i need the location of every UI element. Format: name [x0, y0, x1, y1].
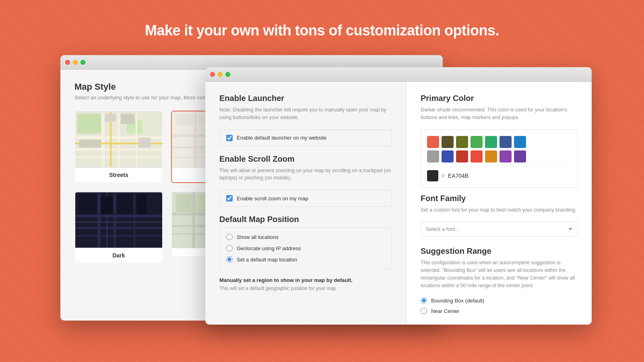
suggestion-bounding-box[interactable]: Bounding Box (default): [421, 297, 578, 304]
enable-scroll-zoom-title: Enable Scroll Zoom: [219, 154, 392, 164]
font-family-select[interactable]: Select a font... Arial Helvetica Roboto …: [421, 222, 578, 237]
enable-launcher-checkbox[interactable]: [226, 135, 233, 141]
svg-rect-12: [121, 114, 134, 124]
radio-set-default-input[interactable]: [226, 256, 233, 263]
suggestion-range-title: Suggestion Range: [421, 247, 578, 256]
suggestion-range-radio-group: Bounding Box (default) Near Center: [421, 297, 578, 314]
map-tile-dark[interactable]: Dark: [74, 191, 163, 263]
swatches-row-2: [427, 150, 571, 162]
color-input-row: #: [427, 166, 571, 181]
default-map-position-title: Default Map Position: [219, 215, 392, 224]
radio-geolocate-input[interactable]: [226, 245, 233, 251]
bounding-box-label: Bounding Box (default): [431, 298, 484, 304]
swatch-teal-green[interactable]: [485, 136, 497, 148]
svg-rect-14: [79, 140, 101, 148]
close-button[interactable]: [65, 60, 70, 65]
enable-scroll-zoom-checkbox-row[interactable]: Enable scroll zoom on my map: [219, 190, 392, 207]
minimize-button[interactable]: [73, 60, 78, 65]
svg-rect-38: [136, 194, 147, 214]
enable-launcher-label: Enable default launcher on my website: [237, 135, 326, 141]
primary-color-desc: Darker shade recommended. This color is …: [421, 106, 578, 121]
settings-window: Enable Launcher Note: Disabling the laun…: [205, 67, 592, 325]
settings-right-panel: Primary Color Darker shade recommended. …: [407, 82, 592, 325]
radio-show-all-input[interactable]: [226, 234, 233, 240]
enable-launcher-desc: Note: Disabling the launcher will requir…: [219, 106, 392, 121]
minimize-button-front[interactable]: [218, 72, 223, 77]
radio-set-default[interactable]: Set a default map location: [226, 256, 385, 263]
swatch-dark-blue[interactable]: [500, 136, 512, 148]
swatch-dark-olive[interactable]: [442, 136, 454, 148]
suggestion-near-center[interactable]: Near Center: [421, 308, 578, 314]
color-preview-swatch: [427, 170, 438, 181]
hash-symbol: #: [442, 173, 445, 179]
font-family-desc: Set a custom font for your map to best m…: [421, 206, 578, 214]
page-headline: Make it your own with tons of customizat…: [0, 0, 644, 55]
streets-label: Streets: [75, 168, 162, 182]
near-center-label: Near Center: [431, 308, 460, 314]
enable-scroll-zoom-label: Enable scroll zoom on my map: [237, 195, 308, 202]
map-position-radio-group: Show all locations Geolocate using IP ad…: [219, 227, 392, 269]
settings-content: Enable Launcher Note: Disabling the laun…: [205, 82, 592, 325]
enable-launcher-title: Enable Launcher: [219, 94, 392, 103]
radio-geolocate-label: Geolocate using IP address: [237, 245, 301, 251]
color-hex-input[interactable]: [448, 173, 480, 179]
suggestion-range-desc: This configuration is used when an autoc…: [421, 259, 578, 289]
svg-rect-11: [105, 114, 116, 122]
radio-set-default-label: Set a default map location: [237, 257, 297, 263]
streets-map-image: [75, 111, 162, 168]
enable-launcher-checkbox-row[interactable]: Enable default launcher on my website: [219, 130, 392, 146]
enable-scroll-zoom-checkbox[interactable]: [226, 195, 233, 202]
bounding-box-radio[interactable]: [421, 297, 427, 304]
swatch-orange-red[interactable]: [427, 136, 439, 148]
svg-rect-13: [138, 138, 150, 148]
swatch-olive[interactable]: [456, 136, 468, 148]
manual-set-desc: This will set a default geographic posit…: [219, 286, 392, 291]
windows-container: Map Style Select an underlying style to …: [60, 55, 584, 329]
swatch-red[interactable]: [471, 150, 483, 162]
swatch-violet[interactable]: [514, 150, 526, 162]
dark-label: Dark: [75, 248, 162, 263]
swatch-blue[interactable]: [514, 136, 526, 148]
svg-rect-23: [176, 114, 194, 125]
manual-set-title: Manually set a region to show in your ma…: [219, 277, 392, 283]
svg-rect-1: [77, 114, 101, 134]
near-center-radio[interactable]: [421, 308, 427, 314]
settings-left-panel: Enable Launcher Note: Disabling the laun…: [205, 82, 407, 325]
radio-show-all-label: Show all locations: [237, 234, 279, 240]
svg-rect-37: [117, 194, 132, 214]
radio-show-all[interactable]: Show all locations: [226, 234, 385, 240]
svg-rect-35: [79, 194, 97, 214]
swatch-gray[interactable]: [427, 150, 439, 162]
maximize-button[interactable]: [80, 60, 85, 65]
radio-geolocate-ip[interactable]: Geolocate using IP address: [226, 245, 385, 251]
map-tile-streets[interactable]: Streets: [74, 111, 163, 183]
svg-rect-46: [176, 194, 192, 212]
dark-map-image: [75, 192, 162, 248]
swatch-amber[interactable]: [485, 150, 497, 162]
swatch-dark-red[interactable]: [456, 150, 468, 162]
close-button-front[interactable]: [210, 72, 215, 77]
color-swatches-container: #: [421, 130, 578, 188]
swatch-purple[interactable]: [500, 150, 512, 162]
titlebar-front: [205, 67, 592, 82]
svg-rect-36: [101, 196, 113, 214]
primary-color-title: Primary Color: [421, 94, 578, 103]
swatches-row-1: [427, 136, 571, 148]
swatch-green[interactable]: [471, 136, 483, 148]
maximize-button-front[interactable]: [225, 72, 230, 77]
enable-scroll-zoom-desc: This will allow or prevent zooming on yo…: [219, 167, 392, 182]
font-family-title: Font Family: [421, 194, 578, 203]
swatch-indigo[interactable]: [442, 150, 454, 162]
